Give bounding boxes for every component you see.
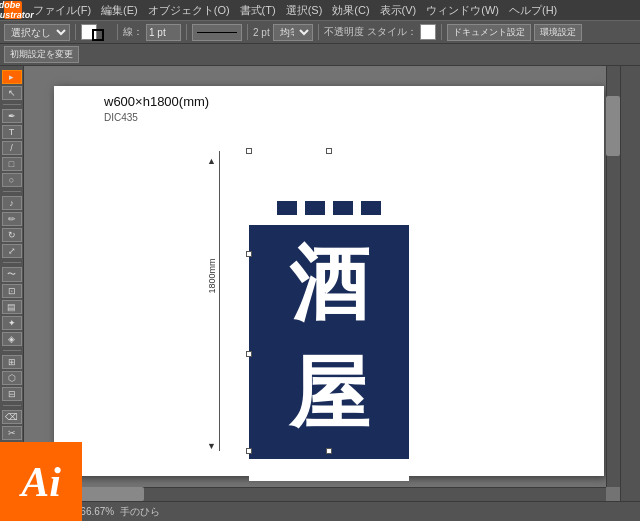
handle-br2[interactable] <box>246 351 252 357</box>
divider-6 <box>441 24 442 40</box>
canvas-paper: のぼり旗 w600×h1800(mm) DIC435 ▲ ▼ 1800mm ◄ … <box>54 86 604 476</box>
height-dim-text: 1800mm <box>207 258 217 293</box>
statusbar-tool: 手のひら <box>120 505 160 519</box>
tool-sep-4 <box>3 350 21 351</box>
height-dim-arrow-top: ▲ <box>207 156 216 166</box>
rotate-tool[interactable]: ↻ <box>2 228 22 242</box>
height-dim-arrow-bottom: ▼ <box>207 441 216 451</box>
ai-logo: Ai <box>21 458 61 506</box>
stroke-label: 線： <box>123 25 143 39</box>
divider-4 <box>247 24 248 40</box>
scroll-vertical[interactable] <box>606 66 620 487</box>
banner-char-1: 酒 <box>289 244 369 324</box>
menubar: Adobe Illustrator ファイル(F) 編集(E) オブジェクト(O… <box>0 0 640 20</box>
divider-1 <box>75 24 76 40</box>
tool-sep-1 <box>3 104 21 105</box>
eyedropper-tool[interactable]: ✦ <box>2 316 22 330</box>
menu-help[interactable]: ヘルプ(H) <box>504 3 562 18</box>
menu-object[interactable]: オブジェクト(O) <box>143 3 235 18</box>
nobori-top <box>249 181 409 219</box>
nobori-text-area: 酒 屋 <box>249 219 409 459</box>
banner-dic: DIC435 <box>104 112 138 123</box>
tool-sep-2 <box>3 191 21 192</box>
artboard-tool[interactable]: ⊟ <box>2 387 22 401</box>
opacity-label: 不透明度 <box>324 25 364 39</box>
scroll-thumb-v[interactable] <box>606 96 620 156</box>
selection-dropdown[interactable]: 選択なし <box>4 24 70 41</box>
line-type-dropdown[interactable]: 均等 <box>273 24 313 41</box>
scissors-tool[interactable]: ✂ <box>2 426 22 440</box>
pen-tool[interactable]: ✒ <box>2 109 22 123</box>
toolbox: ▸ ↖ ✒ T / □ ○ ♪ ✏ ↻ ⤢ 〜 ⊡ ▤ ✦ ◈ ⊞ ⬡ ⊟ ⌫ … <box>0 66 24 501</box>
preferences-button[interactable]: 環境設定 <box>534 24 582 41</box>
handle-tc[interactable] <box>326 148 332 154</box>
menu-edit[interactable]: 編集(E) <box>96 3 143 18</box>
tool-sep-5 <box>3 405 21 406</box>
statusbar-zoom: 66.67% <box>80 506 114 517</box>
canvas-area: のぼり旗 w600×h1800(mm) DIC435 ▲ ▼ 1800mm ◄ … <box>24 66 620 501</box>
handle-mr[interactable] <box>246 251 252 257</box>
pencil-tool[interactable]: ✏ <box>2 212 22 226</box>
live-paint-tool[interactable]: ⬡ <box>2 371 22 385</box>
line-preview <box>192 24 242 41</box>
change-defaults-button[interactable]: 初期設定を変更 <box>4 46 79 63</box>
height-dim-line <box>219 151 220 451</box>
doc-settings-button[interactable]: ドキュメント設定 <box>447 24 531 41</box>
direct-select-tool[interactable]: ↖ <box>2 86 22 100</box>
menu-window[interactable]: ウィンドウ(W) <box>421 3 504 18</box>
menu-effect[interactable]: 効果(C) <box>327 3 374 18</box>
pt-label: 2 pt <box>253 27 270 38</box>
style-label: スタイル： <box>367 25 417 39</box>
blend-tool[interactable]: ◈ <box>2 332 22 346</box>
app-logo: Adobe Illustrator <box>4 1 22 19</box>
statusbar: アートボード 1 66.67% 手のひら <box>0 501 640 521</box>
stroke-color[interactable] <box>92 29 104 41</box>
scroll-horizontal[interactable] <box>24 487 606 501</box>
type-tool[interactable]: T <box>2 125 22 139</box>
nobori-bottom <box>249 459 409 481</box>
top-tab-2 <box>305 201 325 215</box>
menu-view[interactable]: 表示(V) <box>375 3 422 18</box>
menu-file[interactable]: ファイル(F) <box>28 3 96 18</box>
handle-tr[interactable] <box>246 148 252 154</box>
scale-tool[interactable]: ⤢ <box>2 244 22 258</box>
free-transform-tool[interactable]: ⊡ <box>2 284 22 298</box>
eraser-tool[interactable]: ⌫ <box>2 410 22 424</box>
toolbar-main: 選択なし 線： 2 pt 均等 不透明度 スタイル： ドキュメント設定 環境設定 <box>0 20 640 44</box>
stroke-width-input[interactable] <box>146 24 181 41</box>
top-tab-1 <box>277 201 297 215</box>
divider-3 <box>186 24 187 40</box>
tool-sep-3 <box>3 262 21 263</box>
menu-select[interactable]: 選択(S) <box>281 3 328 18</box>
ellipse-tool[interactable]: ○ <box>2 173 22 187</box>
banner-size: w600×h1800(mm) <box>104 94 209 109</box>
mesh-tool[interactable]: ⊞ <box>2 355 22 369</box>
top-tab-4 <box>361 201 381 215</box>
banner-char-2: 屋 <box>289 354 369 434</box>
nobori-banner: 酒 屋 <box>249 181 409 481</box>
rect-tool[interactable]: □ <box>2 157 22 171</box>
divider-5 <box>318 24 319 40</box>
selection-tool[interactable]: ▸ <box>2 70 22 84</box>
brush-tool[interactable]: ♪ <box>2 196 22 210</box>
toolbar-secondary: 初期設定を変更 <box>0 44 640 66</box>
gradient-tool[interactable]: ▤ <box>2 300 22 314</box>
menu-type[interactable]: 書式(T) <box>235 3 281 18</box>
warp-tool[interactable]: 〜 <box>2 267 22 282</box>
style-preview <box>420 24 436 40</box>
handle-br[interactable] <box>246 448 252 454</box>
top-tab-3 <box>333 201 353 215</box>
nobori-top-tabs <box>277 201 381 215</box>
ai-logo-box: Ai <box>0 442 82 521</box>
right-panel <box>620 66 640 501</box>
handle-bc[interactable] <box>326 448 332 454</box>
main-layout: ▸ ↖ ✒ T / □ ○ ♪ ✏ ↻ ⤢ 〜 ⊡ ▤ ✦ ◈ ⊞ ⬡ ⊟ ⌫ … <box>0 66 640 501</box>
divider-2 <box>117 24 118 40</box>
line-tool[interactable]: / <box>2 141 22 155</box>
